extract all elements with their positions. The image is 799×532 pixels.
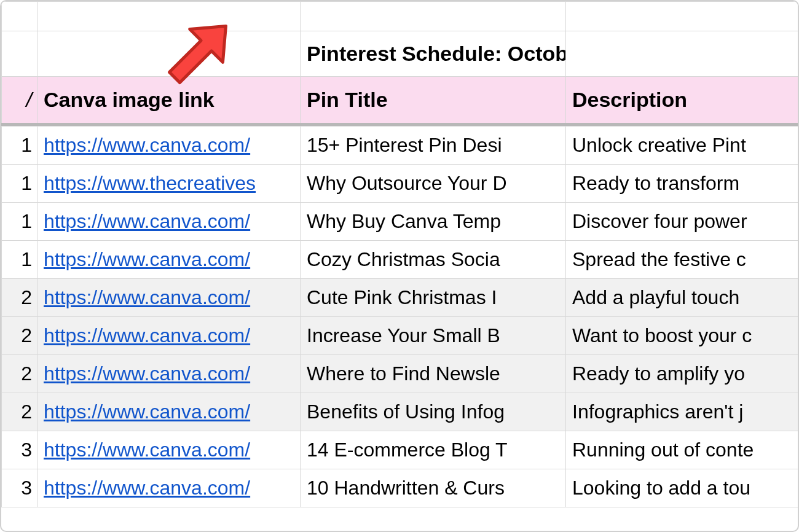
sheet-title-cell[interactable]: Pinterest Schedule: October bbox=[301, 31, 566, 77]
description-cell[interactable]: Spread the festive c bbox=[566, 241, 800, 279]
header-canva-link[interactable]: Canva image link bbox=[37, 77, 301, 125]
spreadsheet: Pinterest Schedule: October / Canva imag… bbox=[0, 0, 799, 532]
row-number-cell[interactable]: 2 bbox=[2, 317, 37, 355]
canva-link-cell[interactable]: https://www.canva.com/ bbox=[37, 241, 301, 279]
pin-title-cell[interactable]: 15+ Pinterest Pin Desi bbox=[301, 127, 566, 165]
row-number-cell[interactable]: 3 bbox=[2, 469, 37, 507]
description-cell[interactable]: Looking to add a tou bbox=[566, 469, 800, 507]
header-col-num[interactable]: / bbox=[2, 77, 37, 125]
table-row: 1https://www.canva.com/15+ Pinterest Pin… bbox=[2, 127, 800, 165]
table-row: 3https://www.canva.com/10 Handwritten & … bbox=[2, 469, 800, 507]
description-cell[interactable]: Unlock creative Pint bbox=[566, 127, 800, 165]
pin-title-cell[interactable]: Cozy Christmas Socia bbox=[301, 241, 566, 279]
row-number-cell[interactable]: 2 bbox=[2, 279, 37, 317]
table-row: 2https://www.canva.com/Benefits of Using… bbox=[2, 393, 800, 431]
table-row: 1https://www.canva.com/Cozy Christmas So… bbox=[2, 241, 800, 279]
table-row: 2https://www.canva.com/Increase Your Sma… bbox=[2, 317, 800, 355]
table-row: 1https://www.canva.com/Why Buy Canva Tem… bbox=[2, 203, 800, 241]
canva-link[interactable]: https://www.canva.com/ bbox=[44, 477, 250, 499]
header-pin-title[interactable]: Pin Title bbox=[301, 77, 566, 125]
pin-title-cell[interactable]: Benefits of Using Infog bbox=[301, 393, 566, 431]
cell[interactable] bbox=[566, 31, 800, 77]
table-row: 3https://www.canva.com/14 E-commerce Blo… bbox=[2, 431, 800, 469]
row-number-cell[interactable]: 1 bbox=[2, 127, 37, 165]
pin-title-cell[interactable]: Cute Pink Christmas I bbox=[301, 279, 566, 317]
table-row: 2https://www.canva.com/Cute Pink Christm… bbox=[2, 279, 800, 317]
description-cell[interactable]: Add a playful touch bbox=[566, 279, 800, 317]
canva-link-cell[interactable]: https://www.canva.com/ bbox=[37, 317, 301, 355]
row-number-cell[interactable]: 1 bbox=[2, 165, 37, 203]
cell[interactable] bbox=[2, 2, 37, 31]
canva-link-cell[interactable]: https://www.canva.com/ bbox=[37, 469, 301, 507]
pin-title-cell[interactable]: 10 Handwritten & Curs bbox=[301, 469, 566, 507]
description-cell[interactable]: Discover four power bbox=[566, 203, 800, 241]
cell[interactable] bbox=[37, 2, 301, 31]
spreadsheet-table: Pinterest Schedule: October / Canva imag… bbox=[1, 1, 799, 126]
cell[interactable] bbox=[566, 2, 800, 31]
canva-link[interactable]: https://www.canva.com/ bbox=[44, 134, 250, 156]
row-number-cell[interactable]: 2 bbox=[2, 355, 37, 393]
description-cell[interactable]: Running out of conte bbox=[566, 431, 800, 469]
description-cell[interactable]: Ready to amplify yo bbox=[566, 355, 800, 393]
row-number-cell[interactable]: 1 bbox=[2, 241, 37, 279]
pin-title-cell[interactable]: 14 E-commerce Blog T bbox=[301, 431, 566, 469]
cell[interactable] bbox=[2, 31, 37, 77]
cell[interactable] bbox=[37, 31, 301, 77]
pin-title-cell[interactable]: Increase Your Small B bbox=[301, 317, 566, 355]
header-row: / Canva image link Pin Title Description bbox=[2, 77, 800, 125]
canva-link-cell[interactable]: https://www.canva.com/ bbox=[37, 355, 301, 393]
description-cell[interactable]: Want to boost your c bbox=[566, 317, 800, 355]
description-cell[interactable]: Infographics aren't j bbox=[566, 393, 800, 431]
pin-title-cell[interactable]: Why Buy Canva Temp bbox=[301, 203, 566, 241]
description-cell[interactable]: Ready to transform bbox=[566, 165, 800, 203]
canva-link[interactable]: https://www.canva.com/ bbox=[44, 248, 250, 270]
header-description[interactable]: Description bbox=[566, 77, 800, 125]
table-row: 1https://www.thecreativesWhy Outsource Y… bbox=[2, 165, 800, 203]
row-number-cell[interactable]: 2 bbox=[2, 393, 37, 431]
title-row: Pinterest Schedule: October bbox=[2, 31, 800, 77]
pin-title-cell[interactable]: Where to Find Newsle bbox=[301, 355, 566, 393]
pin-title-cell[interactable]: Why Outsource Your D bbox=[301, 165, 566, 203]
blank-row bbox=[2, 2, 800, 31]
canva-link[interactable]: https://www.canva.com/ bbox=[44, 401, 250, 423]
canva-link-cell[interactable]: https://www.canva.com/ bbox=[37, 203, 301, 241]
canva-link[interactable]: https://www.canva.com/ bbox=[44, 324, 250, 346]
canva-link[interactable]: https://www.thecreatives bbox=[44, 172, 256, 194]
canva-link-cell[interactable]: https://www.canva.com/ bbox=[37, 431, 301, 469]
canva-link-cell[interactable]: https://www.canva.com/ bbox=[37, 393, 301, 431]
canva-link[interactable]: https://www.canva.com/ bbox=[44, 362, 250, 385]
table-row: 2https://www.canva.com/Where to Find New… bbox=[2, 355, 800, 393]
data-rows: 1https://www.canva.com/15+ Pinterest Pin… bbox=[1, 126, 799, 507]
canva-link[interactable]: https://www.canva.com/ bbox=[44, 210, 250, 232]
cell[interactable] bbox=[301, 2, 566, 31]
canva-link[interactable]: https://www.canva.com/ bbox=[44, 439, 250, 461]
canva-link[interactable]: https://www.canva.com/ bbox=[44, 286, 250, 308]
canva-link-cell[interactable]: https://www.canva.com/ bbox=[37, 279, 301, 317]
canva-link-cell[interactable]: https://www.thecreatives bbox=[37, 165, 301, 203]
canva-link-cell[interactable]: https://www.canva.com/ bbox=[37, 127, 301, 165]
row-number-cell[interactable]: 3 bbox=[2, 431, 37, 469]
row-number-cell[interactable]: 1 bbox=[2, 203, 37, 241]
